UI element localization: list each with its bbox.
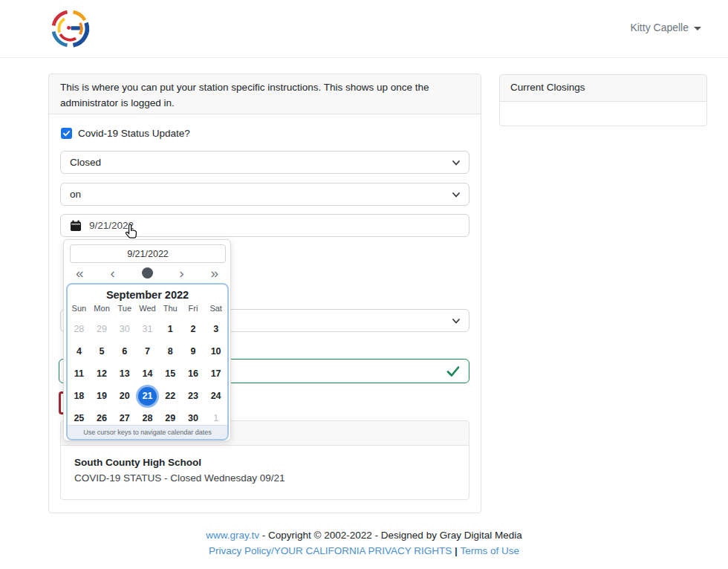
calendar-day[interactable]: 17 bbox=[204, 362, 227, 385]
calendar-day[interactable]: 9 bbox=[182, 340, 205, 362]
calendar-day[interactable]: 11 bbox=[68, 362, 91, 385]
user-menu[interactable]: Kitty Capelle bbox=[630, 22, 701, 33]
chevron-down-icon bbox=[452, 158, 461, 167]
covid-status-checkbox[interactable] bbox=[61, 128, 72, 139]
calendar-day[interactable]: 2 bbox=[182, 318, 205, 340]
calendar-day[interactable]: 7 bbox=[136, 340, 159, 362]
next-month-icon[interactable]: › bbox=[179, 266, 183, 280]
calendar-day[interactable]: 29 bbox=[91, 318, 114, 340]
calendar-weekday-label: Wed bbox=[136, 304, 159, 318]
calendar-day[interactable]: 22 bbox=[159, 385, 182, 407]
preposition-select-value: on bbox=[70, 189, 81, 200]
calendar-day[interactable]: 10 bbox=[204, 340, 227, 362]
chevron-down-icon bbox=[452, 190, 461, 199]
calendar-day[interactable]: 20 bbox=[113, 385, 136, 407]
date-input[interactable]: 9/21/2022 bbox=[60, 214, 469, 237]
current-closings-card: Current Closings bbox=[499, 74, 707, 126]
check-icon bbox=[62, 129, 71, 137]
covid-status-checkbox-label: Covid-19 Status Update? bbox=[78, 128, 190, 139]
calendar-weekday-label: Mon bbox=[91, 304, 114, 318]
page-footer: www.gray.tv - Copyright © 2002-2022 - De… bbox=[0, 528, 728, 559]
prev-month-icon[interactable]: ‹ bbox=[110, 266, 114, 280]
chevron-down-icon bbox=[694, 27, 701, 30]
footer-separator: | bbox=[452, 545, 460, 556]
gray-tv-logo-icon[interactable] bbox=[49, 7, 91, 50]
calendar-day[interactable]: 16 bbox=[182, 362, 205, 385]
datepicker-nav: « ‹ › » bbox=[64, 264, 230, 282]
valid-check-icon bbox=[446, 365, 460, 377]
current-date-icon[interactable] bbox=[142, 267, 153, 279]
calendar-day[interactable]: 15 bbox=[159, 362, 182, 385]
calendar-weekday-row: SunMonTueWedThuFriSat bbox=[68, 304, 227, 318]
calendar-month-title: September 2022 bbox=[68, 284, 227, 304]
top-header: Kitty Capelle bbox=[0, 0, 728, 58]
preposition-select[interactable]: on bbox=[60, 183, 469, 206]
footer-legal-line: Privacy Policy/YOUR CALIFORNIA PRIVACY R… bbox=[0, 544, 728, 559]
calendar-grid: 2829303112345678910111213141516171819202… bbox=[68, 318, 227, 429]
calendar-weekday-label: Sun bbox=[68, 304, 91, 318]
calendar-day[interactable]: 19 bbox=[91, 385, 114, 407]
calendar-day[interactable]: 28 bbox=[68, 318, 91, 340]
calendar-day[interactable]: 3 bbox=[204, 318, 227, 340]
datepicker-popup: « ‹ › » September 2022 SunMonTueWedThuFr… bbox=[63, 239, 231, 441]
gray-tv-link[interactable]: www.gray.tv bbox=[206, 530, 259, 541]
calendar-day[interactable]: 18 bbox=[68, 385, 91, 407]
prev-year-icon[interactable]: « bbox=[76, 266, 84, 280]
page: Kitty Capelle This is where you can put … bbox=[0, 0, 728, 569]
next-year-icon[interactable]: » bbox=[210, 266, 218, 280]
footer-copyright-line: www.gray.tv - Copyright © 2002-2022 - De… bbox=[0, 528, 728, 544]
calendar-day[interactable]: 1 bbox=[159, 318, 182, 340]
calendar-day[interactable]: 31 bbox=[136, 318, 159, 340]
school-name: South County High School bbox=[74, 457, 455, 468]
status-select[interactable]: Closed bbox=[60, 151, 469, 174]
calendar-day[interactable]: 6 bbox=[113, 340, 136, 362]
calendar-day[interactable]: 8 bbox=[159, 340, 182, 362]
calendar-weekday-label: Tue bbox=[113, 304, 136, 318]
terms-of-use-link[interactable]: Terms of Use bbox=[461, 545, 520, 556]
closing-status-line: COVID-19 STATUS - Closed Wednesday 09/21 bbox=[74, 472, 455, 484]
calendar-day[interactable]: 4 bbox=[68, 340, 91, 362]
calendar-day-selected[interactable]: 21 bbox=[136, 385, 159, 407]
calendar-icon bbox=[70, 220, 82, 232]
calendar-weekday-label: Sat bbox=[204, 304, 227, 318]
status-select-value: Closed bbox=[70, 157, 101, 168]
calendar-weekday-label: Thu bbox=[159, 304, 182, 318]
calendar-panel: September 2022 SunMonTueWedThuFriSat 282… bbox=[66, 283, 229, 440]
current-closings-title: Current Closings bbox=[500, 75, 706, 102]
calendar-day[interactable]: 12 bbox=[91, 362, 114, 385]
privacy-policy-link[interactable]: Privacy Policy/YOUR CALIFORNIA PRIVACY R… bbox=[209, 545, 452, 556]
calendar-day[interactable]: 30 bbox=[113, 318, 136, 340]
calendar-day[interactable]: 23 bbox=[182, 385, 205, 407]
covid-status-checkbox-row: Covid-19 Status Update? bbox=[61, 128, 190, 139]
calendar-day[interactable]: 14 bbox=[136, 362, 159, 385]
calendar-day[interactable]: 24 bbox=[204, 385, 227, 407]
chevron-down-icon bbox=[452, 316, 461, 325]
copyright-text: - Copyright © 2002-2022 - Designed by Gr… bbox=[259, 530, 522, 541]
user-name: Kitty Capelle bbox=[630, 22, 689, 33]
station-instructions: This is where you can put your station s… bbox=[49, 74, 481, 114]
calendar-hint: Use cursor keys to navigate calendar dat… bbox=[68, 425, 227, 439]
calendar-day[interactable]: 5 bbox=[91, 340, 114, 362]
calendar-day[interactable]: 13 bbox=[113, 362, 136, 385]
hand-cursor-icon bbox=[123, 223, 140, 241]
calendar-weekday-label: Fri bbox=[182, 304, 205, 318]
closing-preview-body: South County High School COVID-19 STATUS… bbox=[61, 446, 469, 495]
datepicker-date-input[interactable] bbox=[70, 244, 226, 263]
